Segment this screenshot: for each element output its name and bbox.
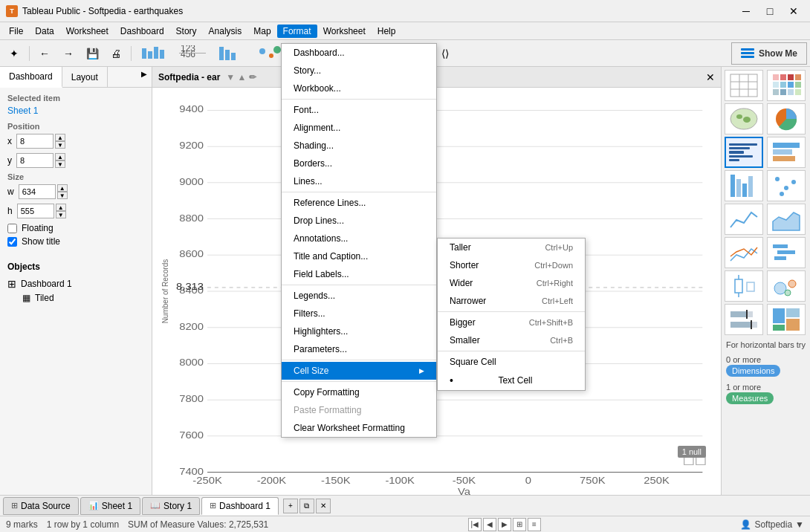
chart-type-heat-map[interactable]	[767, 70, 806, 101]
chart-type-side-bar[interactable]	[725, 170, 763, 201]
tab-duplicate-btn[interactable]: ⧉	[299, 499, 314, 513]
menu-parameters[interactable]: Parameters...	[282, 340, 436, 358]
x-input[interactable]	[16, 134, 54, 149]
chart-type-stacked-bar[interactable]	[767, 137, 806, 168]
menu-cell-size[interactable]: Cell Size ▶	[282, 362, 436, 380]
dashboard-close-btn[interactable]: ✕	[706, 71, 715, 83]
menu-paste-formatting[interactable]: Paste Formatting	[282, 401, 436, 419]
menu-workbook-format[interactable]: Workbook...	[282, 80, 436, 97]
menu-ref-lines[interactable]: Reference Lines...	[282, 194, 436, 212]
chart-type-text-table[interactable]	[725, 70, 763, 101]
menu-dashboard[interactable]: Dashboard	[114, 25, 170, 38]
x-down-btn[interactable]: ▼	[55, 141, 65, 149]
menu-story[interactable]: Story	[170, 25, 203, 38]
toolbar-back[interactable]: ←	[33, 43, 56, 64]
menu-font[interactable]: Font...	[282, 101, 436, 119]
chart-type-area[interactable]	[767, 204, 806, 235]
tab-delete-btn[interactable]: ✕	[316, 499, 331, 513]
menu-drop-lines[interactable]: Drop Lines...	[282, 212, 436, 230]
svg-rect-102	[730, 322, 751, 328]
show-title-checkbox[interactable]	[7, 237, 17, 247]
svg-rect-53	[684, 457, 693, 464]
status-nav-first[interactable]: |◀	[468, 518, 482, 531]
tab-data-source[interactable]: ⊞ Data Source	[3, 497, 79, 515]
chart-type-scatter[interactable]	[767, 170, 806, 201]
menu-format[interactable]: Format	[277, 25, 317, 38]
w-input[interactable]	[19, 184, 56, 199]
app-icon: T	[6, 5, 18, 17]
w-down-btn[interactable]: ▼	[57, 192, 68, 199]
menu-borders[interactable]: Borders...	[282, 155, 436, 172]
tab-story1[interactable]: 📖 Story 1	[142, 497, 200, 515]
menu-title-caption[interactable]: Title and Caption...	[282, 247, 436, 265]
menu-highlighters[interactable]: Highlighters...	[282, 322, 436, 340]
tab-add-btn[interactable]: +	[283, 499, 298, 513]
h-down-btn[interactable]: ▼	[56, 211, 66, 218]
chart-type-horiz-bar[interactable]	[725, 137, 763, 168]
menu-worksheet[interactable]: Worksheet	[60, 25, 114, 38]
tab-dashboard1[interactable]: ⊞ Dashboard 1	[201, 497, 279, 515]
toolbar-chart2[interactable]: 123456	[174, 43, 211, 64]
menu-copy-formatting[interactable]: Copy Formatting	[282, 383, 436, 401]
menu-file[interactable]: File	[3, 25, 29, 38]
maximize-button[interactable]: □	[759, 3, 780, 19]
tab-sheet1[interactable]: 📊 Sheet 1	[80, 497, 140, 515]
user-dropdown-icon[interactable]: ▼	[795, 519, 804, 530]
w-up-btn[interactable]: ▲	[57, 184, 68, 192]
menu-story-format[interactable]: Story...	[282, 62, 436, 80]
toolbar-chart1[interactable]	[135, 43, 172, 64]
toolbar-forward[interactable]: →	[57, 43, 80, 64]
toolbar-save[interactable]: 💾	[81, 43, 103, 64]
format-menu[interactable]: Dashboard... Story... Workbook... Font..…	[281, 43, 437, 438]
chart-type-box[interactable]	[725, 270, 763, 302]
toolbar-new[interactable]: ✦	[3, 43, 25, 64]
selected-item-value[interactable]: Sheet 1	[7, 106, 144, 116]
tab-layout[interactable]: Layout	[62, 67, 108, 87]
h-input[interactable]	[17, 204, 54, 218]
menu-dashboard-format[interactable]: Dashboard...	[282, 44, 436, 62]
toolbar-print[interactable]: 🖨	[105, 43, 127, 64]
floating-checkbox[interactable]	[7, 224, 17, 233]
dimensions-badge[interactable]: Dimensions	[726, 365, 780, 377]
y-input[interactable]	[16, 153, 54, 168]
x-up-btn[interactable]: ▲	[55, 134, 65, 141]
menu-clear-formatting[interactable]: Clear Worksheet Formatting	[282, 419, 436, 437]
chart-type-bubble[interactable]	[767, 270, 806, 302]
show-me-button[interactable]: Show Me	[731, 42, 807, 65]
menu-alignment[interactable]: Alignment...	[282, 119, 436, 137]
toolbar-share[interactable]: ⟨⟩	[434, 43, 456, 64]
y-down-btn[interactable]: ▼	[55, 160, 65, 168]
chart-type-gantt[interactable]	[767, 237, 806, 268]
menu-analysis[interactable]: Analysis	[203, 25, 248, 38]
panel-tab-arrow[interactable]: ▶	[137, 67, 152, 87]
menu-field-labels[interactable]: Field Labels...	[282, 265, 436, 283]
measures-badge[interactable]: Measures	[726, 392, 774, 404]
chart-type-bullet[interactable]	[725, 304, 763, 335]
status-view-list[interactable]: ≡	[528, 518, 541, 531]
menu-worksheet2[interactable]: Worksheet	[317, 25, 372, 38]
close-button[interactable]: ✕	[783, 3, 804, 19]
dashboard1-object[interactable]: ⊞ Dashboard 1	[7, 276, 144, 291]
status-nav-next[interactable]: ▶	[498, 518, 511, 531]
status-view-toggle[interactable]: ⊞	[513, 518, 526, 531]
h-up-btn[interactable]: ▲	[56, 204, 66, 211]
chart-type-dual-line[interactable]	[725, 237, 763, 268]
menu-map[interactable]: Map	[247, 25, 276, 38]
minimize-button[interactable]: ─	[736, 3, 756, 19]
menu-data[interactable]: Data	[29, 25, 59, 38]
tiled-item[interactable]: ▦ Tiled	[7, 291, 144, 305]
chart-type-line[interactable]	[725, 204, 763, 235]
chart-type-pie[interactable]	[767, 103, 806, 134]
y-up-btn[interactable]: ▲	[55, 153, 65, 160]
menu-filters[interactable]: Filters...	[282, 305, 436, 322]
toolbar-chart3[interactable]	[213, 43, 250, 64]
menu-legends[interactable]: Legends...	[282, 287, 436, 305]
menu-help[interactable]: Help	[372, 25, 402, 38]
menu-annotations[interactable]: Annotations...	[282, 230, 436, 247]
chart-type-map1[interactable]	[725, 103, 763, 134]
menu-shading[interactable]: Shading...	[282, 137, 436, 155]
menu-lines[interactable]: Lines...	[282, 172, 436, 190]
chart-type-treemap[interactable]	[767, 304, 806, 335]
status-nav-prev[interactable]: ◀	[483, 518, 496, 531]
tab-dashboard[interactable]: Dashboard	[0, 67, 62, 88]
